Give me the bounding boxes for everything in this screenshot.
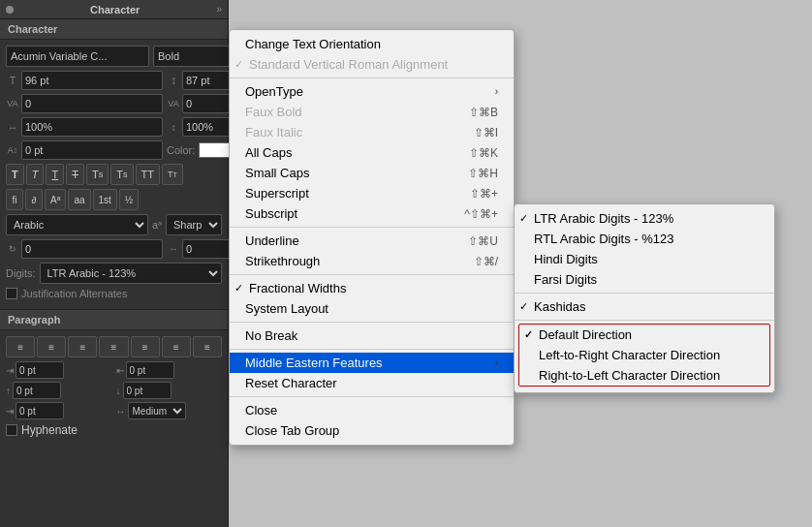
space-after-input[interactable]: [123, 382, 172, 399]
panel-close-dot: [6, 6, 14, 14]
hyphenate-checkbox[interactable]: [6, 424, 17, 436]
first-indent-field: ⇥: [6, 402, 112, 419]
first-indent-row: ⇥ ↔ Medium: [6, 402, 222, 419]
menu-item-close[interactable]: Close: [230, 400, 514, 420]
hyphenate-row: Hyphenate: [6, 423, 222, 437]
subscript-T-button[interactable]: Ts: [110, 164, 133, 185]
menu-item-superscript[interactable]: Superscript ⇧⌘+: [230, 183, 514, 203]
menu-item-fractional-widths[interactable]: ✓ Fractional Widths: [230, 278, 514, 298]
smallcaps-T-button[interactable]: TT: [162, 164, 183, 185]
color-row: Color:: [167, 140, 237, 160]
word-spacing-select[interactable]: Medium: [128, 402, 186, 419]
align-left-button[interactable]: ≡: [6, 336, 35, 357]
allcaps-T-button[interactable]: TT: [136, 164, 160, 185]
space-before-after-row: ↑ ↓: [6, 382, 222, 399]
scale-h-input[interactable]: [21, 117, 163, 137]
baseline-input[interactable]: [21, 140, 163, 160]
align-force-button[interactable]: ≡: [193, 336, 222, 357]
paragraph-panel-content: ≡ ≡ ≡ ≡ ≡ ≡ ≡ ⇥ ⇤ ↑ ↓: [0, 330, 228, 443]
rotation-icon: ↻: [6, 244, 19, 254]
menu-item-underline[interactable]: Underline ⇧⌘U: [230, 231, 514, 251]
menu-item-all-caps[interactable]: All Caps ⇧⌘K: [230, 142, 514, 163]
menu-item-middle-eastern[interactable]: Middle Eastern Features ›: [230, 353, 514, 373]
leading-icon: ↕: [167, 74, 180, 87]
character-panel-content: T ↕ VA VA ↔ ↕: [0, 40, 228, 309]
submenu-item-default-direction[interactable]: ✓ Default Direction: [519, 325, 769, 345]
kerning-field: VA: [6, 94, 163, 113]
character-panel: Character » Character T ↕ VA: [0, 0, 229, 527]
half-button[interactable]: ½: [119, 189, 139, 210]
rotation-input[interactable]: [21, 239, 163, 259]
space-before-icon: ↑: [6, 386, 11, 396]
aa-button[interactable]: aa: [68, 189, 90, 210]
panel-collapse-icon[interactable]: »: [216, 4, 222, 15]
bold-T-button[interactable]: T: [6, 164, 24, 185]
align-justify-last-button[interactable]: ≡: [131, 336, 160, 357]
submenu-item-rtl-arabic[interactable]: RTL Arabic Digits - %123: [515, 229, 774, 249]
submenu-item-hindi-digits[interactable]: Hindi Digits: [515, 249, 774, 269]
strikethrough-T-button[interactable]: T: [66, 164, 84, 185]
menu-item-reset-character[interactable]: Reset Character: [230, 373, 514, 393]
language-select[interactable]: Arabic: [6, 214, 148, 235]
hyphenate-label: Hyphenate: [21, 423, 78, 437]
menu-item-faux-bold: Faux Bold ⇧⌘B: [230, 102, 514, 122]
sharp-select[interactable]: Sharp: [166, 214, 222, 235]
menu-item-system-layout[interactable]: System Layout: [230, 298, 514, 319]
indent-right-field: ⇤: [116, 361, 223, 379]
menu-separator-3: [230, 274, 514, 275]
indent-left-input[interactable]: [16, 361, 64, 379]
italic-T-button[interactable]: T: [26, 164, 45, 185]
baseline-icon: A↕: [6, 145, 19, 155]
rotation-row: ↻ ↔: [6, 239, 222, 259]
font-size-field: T: [6, 71, 163, 90]
align-justify-button[interactable]: ≡: [99, 336, 128, 357]
submenu-item-rtl-char[interactable]: Right-to-Left Character Direction: [519, 365, 769, 386]
font-size-input[interactable]: [21, 71, 163, 90]
menu-item-subscript[interactable]: Subscript ^⇧⌘+: [230, 203, 514, 224]
superscript-T-button[interactable]: Ts: [86, 164, 109, 185]
space-after-field: ↓: [116, 382, 223, 399]
submenu-item-farsi-digits[interactable]: Farsi Digits: [515, 269, 774, 290]
character-dropdown-menu: Change Text Orientation ✓ Standard Verti…: [229, 29, 515, 446]
menu-item-standard-vertical: ✓ Standard Vertical Roman Alignment: [230, 54, 514, 75]
ligature-row: fi ∂ Aª aa 1st ½: [6, 189, 222, 210]
submenu-item-kashidas[interactable]: Kashidas: [515, 296, 774, 317]
submenu-item-ltr-arabic[interactable]: LTR Arabic Digits - 123%: [515, 208, 774, 229]
indent-right-input[interactable]: [126, 361, 174, 379]
menu-item-change-text-orientation[interactable]: Change Text Orientation: [230, 34, 514, 54]
menu-item-small-caps[interactable]: Small Caps ⇧⌘H: [230, 163, 514, 183]
menu-separator-1: [230, 78, 514, 78]
direction-box: ✓ Default Direction Left-to-Right Charac…: [518, 324, 770, 387]
menu-item-close-tab-group[interactable]: Close Tab Group: [230, 420, 514, 441]
align-buttons: ≡ ≡ ≡ ≡ ≡ ≡ ≡: [6, 336, 222, 357]
digits-select[interactable]: LTR Arabic - 123%: [40, 263, 222, 284]
ordinal-button[interactable]: Aª: [45, 189, 66, 210]
ligature-button[interactable]: fi: [6, 189, 23, 210]
font-size-icon: T: [6, 76, 19, 86]
font-name-field[interactable]: [6, 46, 149, 67]
justification-checkbox[interactable]: [6, 288, 17, 299]
size-leading-row: T ↕: [6, 71, 222, 90]
menu-item-no-break[interactable]: No Break: [230, 326, 514, 346]
digits-label: Digits:: [6, 267, 36, 279]
panel-title: Character: [90, 4, 140, 16]
align-justify-all-button[interactable]: ≡: [162, 336, 191, 357]
menu-item-strikethrough[interactable]: Strikethrough ⇧⌘/: [230, 251, 514, 271]
discretionary-button[interactable]: ∂: [25, 189, 43, 210]
scale-v-icon: ↕: [167, 122, 180, 133]
fraction-button[interactable]: 1st: [93, 189, 117, 210]
align-right-button[interactable]: ≡: [68, 336, 97, 357]
menu-item-opentype[interactable]: OpenType ›: [230, 81, 514, 102]
digits-row: Digits: LTR Arabic - 123%: [6, 263, 222, 284]
kerning-icon: VA: [6, 99, 19, 108]
underline-T-button[interactable]: T: [46, 164, 64, 185]
menu-separator-6: [230, 396, 514, 397]
kerning-input[interactable]: [21, 94, 163, 113]
menu-separator-2: [230, 227, 514, 228]
first-indent-input[interactable]: [16, 402, 64, 419]
space-before-input[interactable]: [13, 382, 61, 399]
baseline-field: A↕: [6, 140, 163, 160]
lang-row: Arabic aᵃ Sharp: [6, 214, 222, 235]
align-center-button[interactable]: ≡: [37, 336, 66, 357]
submenu-item-ltr-char[interactable]: Left-to-Right Character Direction: [519, 345, 769, 365]
